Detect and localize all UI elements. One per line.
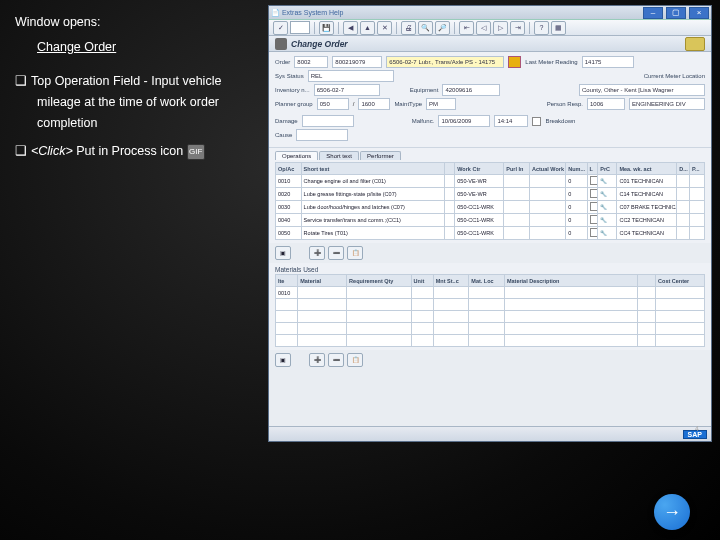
wrench-icon: 🔧 [598,214,617,227]
table-row[interactable] [276,311,705,323]
order-desc-field[interactable]: 6506-02-7 Lubr., Trans/Axle PS - 14175 [386,56,504,68]
exit-icon[interactable]: ▲ [360,21,375,35]
find-icon[interactable]: 🔍 [418,21,433,35]
select-all-icon[interactable]: ▣ [275,246,291,260]
operations-table[interactable]: Op/AcShort textWork CtrPurl InActual Wor… [275,162,705,240]
meter-loc-label: Current Meter Location [644,73,705,79]
row-checkbox[interactable] [590,228,598,237]
prev-page-icon[interactable]: ◁ [476,21,491,35]
cause-field[interactable] [296,129,348,141]
mat-insert-row-icon[interactable]: ➕ [309,353,325,367]
maximize-button[interactable]: ▢ [666,7,686,19]
titlebar: 📄 Extras System Help – ▢ × [269,6,711,20]
table-row[interactable]: 0010Change engine oil and filter (C01)05… [276,175,705,188]
planner-label: Planner group [275,101,313,107]
row-checkbox[interactable] [590,215,598,224]
ops-col-header: L [587,163,598,175]
mat-col-header [638,275,656,287]
order-type-field[interactable]: 8002 [294,56,328,68]
damage-label: Damage [275,118,298,124]
menu-bar[interactable]: 📄 Extras System Help [271,9,343,17]
row-checkbox[interactable] [590,176,598,185]
ops-col-header: Purl In [504,163,530,175]
sap-window: 📄 Extras System Help – ▢ × ✓ 💾 ◀ ▲ ✕ 🖨 🔍… [268,5,712,442]
command-field[interactable] [290,21,310,34]
print-icon[interactable]: 🖨 [401,21,416,35]
close-button[interactable]: × [689,7,709,19]
copy-row-icon[interactable]: 📋 [347,246,363,260]
delete-row-icon[interactable]: ➖ [328,246,344,260]
order-header: Order 8002 800219079 6506-02-7 Lubr., Tr… [269,52,711,148]
table-row[interactable] [276,323,705,335]
mat-col-header: Cost Center [656,275,705,287]
table-row[interactable]: 0020Lube grease fittings-state p/lsite (… [276,188,705,201]
mat-select-all-icon[interactable]: ▣ [275,353,291,367]
maint-type-field[interactable]: PM [426,98,456,110]
tab-performer[interactable]: Performer [360,151,401,160]
mat-copy-row-icon[interactable]: 📋 [347,353,363,367]
equipment-field[interactable]: 42009616 [442,84,500,96]
table-row[interactable]: 0050Rotate Tires (T01)050-CC1-WRK0🔧CC4 T… [276,227,705,240]
equipment-label: Equipment [410,87,439,93]
mat-col-header: Mnt St..c [433,275,469,287]
minimize-button[interactable]: – [643,7,663,19]
screen-title: Change Order [291,39,348,49]
mat-row-buttons: ▣ ➕ ➖ 📋 [269,350,711,370]
table-row[interactable]: 0010 [276,287,705,299]
ops-col-header: Short text [301,163,444,175]
order-label: Order [275,59,290,65]
meter-loc-field: ENGINEERING DIV [629,98,705,110]
ops-col-header: PrC [598,163,617,175]
planner-field-1[interactable]: 050 [317,98,349,110]
table-row[interactable] [276,335,705,347]
row-checkbox[interactable] [590,202,598,211]
find-next-icon[interactable]: 🔎 [435,21,450,35]
maint-type-label: MaintType [394,101,422,107]
put-in-process-toolbar-icon[interactable] [275,38,287,50]
instruction-panel: Window opens: Change Order Top Operation… [15,12,260,162]
table-row[interactable]: 0030Lube door/hood/hinges and latches (C… [276,201,705,214]
first-page-icon[interactable]: ⇤ [459,21,474,35]
bullet-mileage-line3: completion [15,113,260,134]
page-number: 4 [695,425,699,432]
mat-col-header: Ite [276,275,298,287]
order-number-field[interactable]: 800219079 [332,56,382,68]
table-row[interactable]: 0040Service transfer/trans and comm.;(CC… [276,214,705,227]
person-resp-label: Person Resp. [547,101,583,107]
wrench-icon: 🔧 [598,175,617,188]
row-checkbox[interactable] [590,189,598,198]
table-row[interactable] [276,299,705,311]
mat-col-header: Material Description [504,275,637,287]
back-icon[interactable]: ◀ [343,21,358,35]
tab-short-text[interactable]: Short text [319,151,359,160]
inventory-field[interactable]: 6506-02-7 [314,84,380,96]
last-page-icon[interactable]: ⇥ [510,21,525,35]
bolt-icon[interactable] [508,56,521,68]
next-slide-button[interactable]: → [654,494,690,530]
enter-icon[interactable]: ✓ [273,21,288,35]
window-controls: – ▢ × [642,7,709,19]
save-icon[interactable]: 💾 [319,21,334,35]
person-resp-field[interactable]: 1006 [587,98,625,110]
cancel-icon[interactable]: ✕ [377,21,392,35]
malfunc-time-field[interactable]: 14:14 [494,115,528,127]
materials-table[interactable]: IteMaterialRequirement QtyUnitMnt St..cM… [275,274,705,347]
wrench-icon: 🔧 [598,227,617,240]
last-meter-field[interactable]: 14175 [582,56,634,68]
malfunc-date-field[interactable]: 10/06/2009 [438,115,490,127]
malfunc-label: Malfunc. [412,118,435,124]
mat-col-header: Unit [411,275,433,287]
breakdown-label: Breakdown [545,118,575,124]
tab-operations[interactable]: Operations [275,151,318,160]
mat-delete-row-icon[interactable]: ➖ [328,353,344,367]
wrench-icon: 🔧 [598,201,617,214]
ops-col-header: D... [677,163,690,175]
next-page-icon[interactable]: ▷ [493,21,508,35]
help-icon[interactable]: ? [534,21,549,35]
layout-icon[interactable]: ▦ [551,21,566,35]
planner-field-2[interactable]: 1600 [358,98,390,110]
breakdown-checkbox[interactable] [532,117,541,126]
damage-field[interactable] [302,115,354,127]
insert-row-icon[interactable]: ➕ [309,246,325,260]
arrow-right-icon: → [663,502,681,523]
